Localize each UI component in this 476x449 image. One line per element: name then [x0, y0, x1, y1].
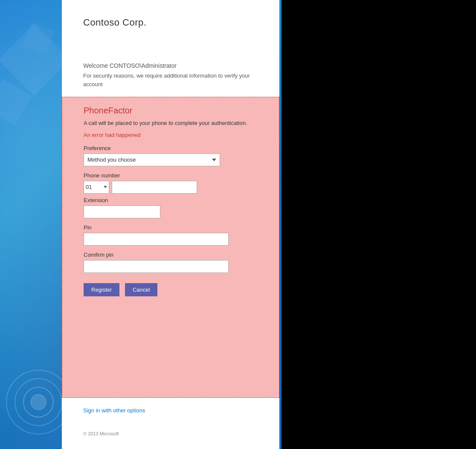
button-group: Register Cancel: [84, 279, 258, 296]
extension-group: Extension: [84, 197, 258, 218]
welcome-description: For security reasons, we require additio…: [83, 72, 258, 88]
pin-label: Pin: [84, 224, 258, 231]
extension-input[interactable]: [84, 206, 160, 218]
logo-section: Contoso Corp.: [62, 0, 279, 37]
error-message: An error had happened: [84, 132, 258, 138]
welcome-section: Welcome CONTOSO\Administrator For securi…: [62, 37, 279, 97]
phonefactor-title: PhoneFactor: [84, 106, 258, 116]
sign-other-options-link[interactable]: Sign in with other options: [83, 407, 145, 414]
svg-point-3: [31, 394, 46, 410]
pin-group: Pin: [84, 224, 258, 246]
pin-input[interactable]: [84, 233, 229, 246]
preference-group: Preference Method you choose Mobile app …: [84, 145, 258, 166]
confirm-pin-label: Comfirm pin: [84, 252, 258, 258]
login-card: Contoso Corp. Welcome CONTOSO\Administra…: [62, 0, 279, 449]
black-background: Custom authentication rendering area: [282, 0, 476, 449]
preference-label: Preference: [84, 145, 258, 151]
phone-row: 01: [84, 181, 258, 194]
phonefactor-section: PhoneFactor A call will be placed to you…: [62, 97, 279, 398]
country-code-select[interactable]: 01: [84, 181, 109, 194]
phonefactor-description: A call will be placed to your phone to c…: [84, 119, 258, 127]
register-button[interactable]: Register: [84, 283, 119, 296]
phone-label: Phone number: [84, 172, 258, 179]
phone-number-input[interactable]: [112, 181, 197, 194]
confirm-pin-input[interactable]: [84, 260, 229, 273]
preference-select[interactable]: Method you choose Mobile app Office phon…: [84, 154, 220, 166]
logo-text: Contoso Corp.: [83, 17, 146, 28]
welcome-title: Welcome CONTOSO\Administrator: [83, 62, 258, 69]
cancel-button[interactable]: Cancel: [125, 283, 157, 296]
copyright: © 2013 Microsoft: [62, 423, 279, 449]
footer-section: Sign in with other options: [62, 398, 279, 423]
extension-label: Extension: [84, 197, 258, 203]
confirm-pin-group: Comfirm pin: [84, 252, 258, 273]
phone-number-group: Phone number 01 Extension: [84, 172, 258, 218]
